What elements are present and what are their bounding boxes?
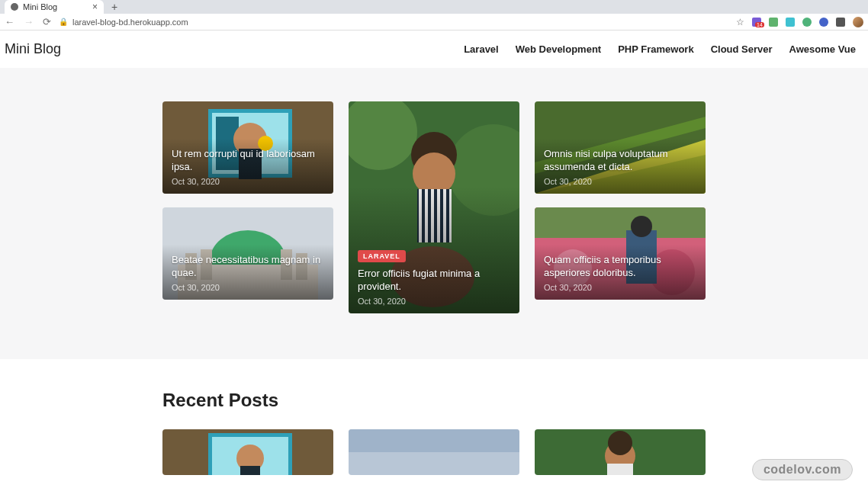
browser-toolbar: ← → ⟳ 🔒 laravel-blog-bd.herokuapp.com ☆ … xyxy=(0,14,868,30)
card-title: Quam officiis a temporibus asperiores do… xyxy=(544,253,696,280)
svg-point-15 xyxy=(349,101,417,170)
back-icon[interactable]: ← xyxy=(5,16,14,27)
nav-links: Laravel Web Development PHP Framework Cl… xyxy=(464,43,863,55)
nav-link[interactable]: Web Development xyxy=(516,43,601,55)
card-title: Beatae necessitatibus magnam in quae. xyxy=(172,253,324,280)
site-header: Mini Blog Laravel Web Development PHP Fr… xyxy=(0,30,868,68)
card-date: Oct 30, 2020 xyxy=(172,283,324,292)
forward-icon[interactable]: → xyxy=(24,16,34,27)
card-date: Oct 30, 2020 xyxy=(172,177,324,186)
card-date: Oct 30, 2020 xyxy=(544,177,696,186)
recent-section: Recent Posts xyxy=(0,359,868,475)
featured-card[interactable]: Omnis nisi culpa voluptatum assumenda et… xyxy=(535,101,706,194)
svg-rect-39 xyxy=(349,429,519,452)
hero-section: Ut rem corrupti qui id laboriosam ipsa. … xyxy=(0,68,868,359)
browser-chrome: Mini Blog × + ← → ⟳ 🔒 laravel-blog-bd.he… xyxy=(0,0,868,30)
svg-point-32 xyxy=(631,216,652,237)
card-date: Oct 30, 2020 xyxy=(544,283,696,292)
tab-title: Mini Blog xyxy=(23,2,57,11)
puzzle-icon[interactable] xyxy=(836,18,845,27)
featured-card[interactable]: Ut rem corrupti qui id laboriosam ipsa. … xyxy=(162,101,333,194)
svg-point-16 xyxy=(448,124,519,216)
reload-icon[interactable]: ⟳ xyxy=(43,16,51,27)
extension-icon[interactable] xyxy=(769,18,778,27)
url-text: laravel-blog-bd.herokuapp.com xyxy=(72,18,188,27)
svg-rect-43 xyxy=(607,464,633,475)
address-bar[interactable]: 🔒 laravel-blog-bd.herokuapp.com xyxy=(59,18,728,27)
extension-icon[interactable] xyxy=(819,18,828,27)
card-image xyxy=(162,429,333,475)
svg-rect-28 xyxy=(535,207,706,238)
extension-icons: ☆ 14 xyxy=(736,17,863,27)
nav-link[interactable]: Laravel xyxy=(464,43,499,55)
featured-card[interactable]: Beatae necessitatibus magnam in quae. Oc… xyxy=(162,207,333,300)
svg-point-42 xyxy=(608,431,632,455)
tab-strip: Mini Blog × + xyxy=(0,0,868,14)
browser-tab[interactable]: Mini Blog × xyxy=(5,0,104,14)
bookmark-icon[interactable]: ☆ xyxy=(736,17,744,27)
recent-card[interactable] xyxy=(535,429,706,475)
category-badge[interactable]: LARAVEL xyxy=(358,250,406,262)
lock-icon: 🔒 xyxy=(59,18,68,26)
card-title: Ut rem corrupti qui id laboriosam ipsa. xyxy=(172,147,324,174)
close-icon[interactable]: × xyxy=(92,2,98,12)
extension-icon[interactable]: 14 xyxy=(752,18,761,27)
site-title[interactable]: Mini Blog xyxy=(5,41,61,57)
svg-point-18 xyxy=(413,152,455,195)
nav-link[interactable]: PHP Framework xyxy=(618,43,693,55)
card-image xyxy=(349,429,519,475)
profile-avatar[interactable] xyxy=(853,17,863,27)
nav-link[interactable]: Awesome Vue xyxy=(789,43,856,55)
extension-icon[interactable] xyxy=(802,18,812,27)
nav-link[interactable]: Cloud Server xyxy=(711,43,773,55)
card-image xyxy=(535,429,706,475)
svg-point-17 xyxy=(411,132,457,178)
svg-rect-20 xyxy=(417,189,452,242)
svg-rect-37 xyxy=(240,466,260,475)
featured-card[interactable]: Quam officiis a temporibus asperiores do… xyxy=(535,207,706,300)
card-title: Omnis nisi culpa voluptatum assumenda et… xyxy=(544,147,696,174)
recent-card[interactable] xyxy=(349,429,519,475)
svg-rect-19 xyxy=(417,189,452,242)
new-tab-button[interactable]: + xyxy=(108,1,121,13)
recent-card[interactable] xyxy=(162,429,333,475)
globe-icon xyxy=(11,3,18,11)
card-title: Error officiis fugiat minima a provident… xyxy=(358,267,510,294)
watermark: codelov.com xyxy=(752,459,853,475)
card-date: Oct 30, 2020 xyxy=(358,297,510,306)
extension-icon[interactable] xyxy=(786,18,795,27)
recent-heading: Recent Posts xyxy=(162,390,706,411)
featured-card-main[interactable]: LARAVEL Error officiis fugiat minima a p… xyxy=(349,101,519,313)
